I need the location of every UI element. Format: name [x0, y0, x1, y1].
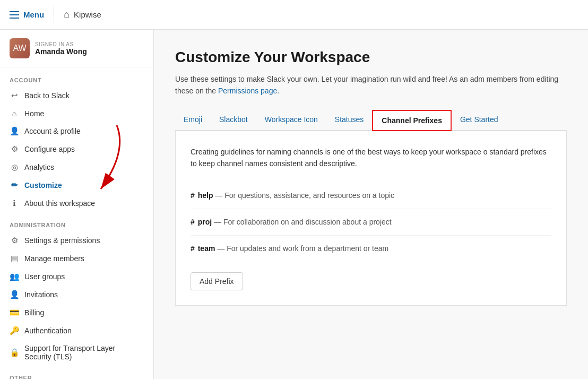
prefix-item-help: # help — For questions, assistance, and … — [191, 183, 551, 209]
page-title: Customize Your Workspace — [175, 49, 567, 66]
sidebar-item-billing[interactable]: 💳 Billing — [0, 304, 153, 322]
info-icon: ℹ — [10, 199, 19, 208]
tab-slackbot[interactable]: Slackbot — [211, 110, 256, 131]
home-sidebar-icon: ⌂ — [10, 109, 19, 118]
workspace-name: Kipwise — [74, 10, 101, 19]
tab-channel-prefixes[interactable]: Channel Prefixes — [372, 110, 452, 131]
hash-icon: # — [191, 218, 195, 226]
user-profile: AW SIGNED IN AS Amanda Wong — [0, 30, 153, 67]
sidebar-item-label: Settings & permissions — [24, 236, 100, 245]
permissions-link[interactable]: Permissions page — [218, 87, 277, 95]
home-icon: ⌂ — [64, 9, 70, 20]
prefix-separator: — — [214, 218, 223, 226]
hash-icon: # — [191, 244, 195, 253]
prefix-separator: — — [217, 244, 227, 253]
prefix-item-team: # team — For updates and work from a dep… — [191, 236, 551, 262]
avatar-image: AW — [10, 38, 30, 58]
billing-icon: 💳 — [10, 308, 19, 317]
signed-in-as-label: SIGNED IN AS — [35, 41, 87, 47]
sidebar-item-back-to-slack[interactable]: ↩ Back to Slack — [0, 87, 153, 105]
sidebar-item-label: Configure apps — [24, 145, 75, 153]
sidebar-item-label: Invitations — [24, 290, 58, 299]
prefix-separator: — — [215, 191, 224, 200]
menu-label: Menu — [23, 10, 44, 19]
page-description: Use these settings to make Slack your ow… — [175, 73, 567, 97]
sidebar-item-account-profile[interactable]: 👤 Account & profile — [0, 122, 153, 140]
hash-icon: # — [191, 191, 195, 200]
sidebar-item-label: Customize — [24, 181, 62, 190]
prefix-list: # help — For questions, assistance, and … — [191, 183, 551, 262]
topbar: Menu ⌂ Kipwise — [0, 0, 588, 30]
sidebar-item-label: User groups — [24, 272, 65, 281]
groups-icon: 👥 — [10, 272, 19, 281]
sidebar-item-label: Authentication — [24, 326, 72, 335]
sidebar-item-label: Billing — [24, 308, 44, 317]
tab-get-started[interactable]: Get Started — [452, 110, 507, 131]
panel-description: Creating guidelines for naming channels … — [191, 146, 551, 170]
sidebar-item-authentication[interactable]: 🔑 Authentication — [0, 322, 153, 340]
prefix-name: proj — [198, 218, 212, 226]
sidebar-item-label: Account & profile — [24, 127, 81, 135]
sidebar-item-label: Manage members — [24, 254, 84, 263]
hamburger-icon — [10, 11, 19, 19]
back-icon: ↩ — [10, 91, 19, 100]
administration-section-label: ADMINISTRATION — [0, 212, 153, 231]
sidebar-item-label: Support for Transport Layer Security (TL… — [24, 344, 144, 361]
sidebar-item-label: Home — [24, 109, 44, 118]
home-nav[interactable]: ⌂ Kipwise — [54, 9, 111, 20]
members-icon: ▤ — [10, 254, 19, 263]
invite-icon: 👤 — [10, 290, 19, 299]
sidebar-item-label: Back to Slack — [24, 91, 70, 100]
sidebar-item-about-workspace[interactable]: ℹ About this workspace — [0, 194, 153, 212]
settings-icon: ⚙ — [10, 236, 19, 245]
customize-icon: ✏ — [10, 180, 19, 190]
menu-button[interactable]: Menu — [0, 0, 54, 29]
sidebar-item-label: About this workspace — [24, 199, 95, 208]
profile-icon: 👤 — [10, 126, 19, 136]
profile-name: Amanda Wong — [35, 47, 87, 56]
sidebar-item-manage-members[interactable]: ▤ Manage members — [0, 249, 153, 268]
analytics-icon: ◎ — [10, 162, 19, 172]
main-content: Customize Your Workspace Use these setti… — [154, 30, 588, 379]
other-section-label: OTHER — [0, 365, 153, 379]
sidebar: AW SIGNED IN AS Amanda Wong ACCOUNT ↩ Ba… — [0, 30, 154, 379]
add-prefix-button[interactable]: Add Prefix — [191, 272, 243, 290]
auth-icon: 🔑 — [10, 326, 19, 335]
main-area: AW SIGNED IN AS Amanda Wong ACCOUNT ↩ Ba… — [0, 30, 588, 379]
prefix-name: help — [198, 191, 213, 200]
prefix-description: For collaboration on and discussion abou… — [223, 218, 392, 226]
sidebar-item-analytics[interactable]: ◎ Analytics — [0, 158, 153, 176]
sidebar-item-settings-permissions[interactable]: ⚙ Settings & permissions — [0, 231, 153, 249]
channel-prefixes-panel: Creating guidelines for naming channels … — [175, 131, 567, 306]
tab-workspace-icon[interactable]: Workspace Icon — [256, 110, 326, 131]
sidebar-item-customize[interactable]: ✏ Customize — [0, 176, 153, 194]
sidebar-item-tls[interactable]: 🔒 Support for Transport Layer Security (… — [0, 340, 153, 365]
avatar: AW — [10, 38, 30, 58]
prefix-name: team — [198, 244, 215, 253]
account-section-label: ACCOUNT — [0, 67, 153, 87]
sidebar-item-configure-apps[interactable]: ⚙ Configure apps — [0, 140, 153, 158]
sidebar-item-user-groups[interactable]: 👥 User groups — [0, 268, 153, 286]
content-inner: Customize Your Workspace Use these setti… — [154, 30, 588, 338]
prefix-item-proj: # proj — For collaboration on and discus… — [191, 209, 551, 236]
apps-icon: ⚙ — [10, 144, 19, 154]
lock-icon: 🔒 — [10, 348, 19, 357]
customize-tabs: Emoji Slackbot Workspace Icon Statuses C… — [175, 110, 567, 131]
tab-emoji[interactable]: Emoji — [175, 110, 211, 131]
sidebar-item-home[interactable]: ⌂ Home — [0, 105, 153, 122]
tab-statuses[interactable]: Statuses — [326, 110, 372, 131]
profile-info: SIGNED IN AS Amanda Wong — [35, 41, 87, 56]
sidebar-item-label: Analytics — [24, 163, 54, 171]
sidebar-item-invitations[interactable]: 👤 Invitations — [0, 286, 153, 304]
prefix-description: For questions, assistance, and resources… — [224, 191, 394, 200]
prefix-description: For updates and work from a department o… — [227, 244, 388, 253]
